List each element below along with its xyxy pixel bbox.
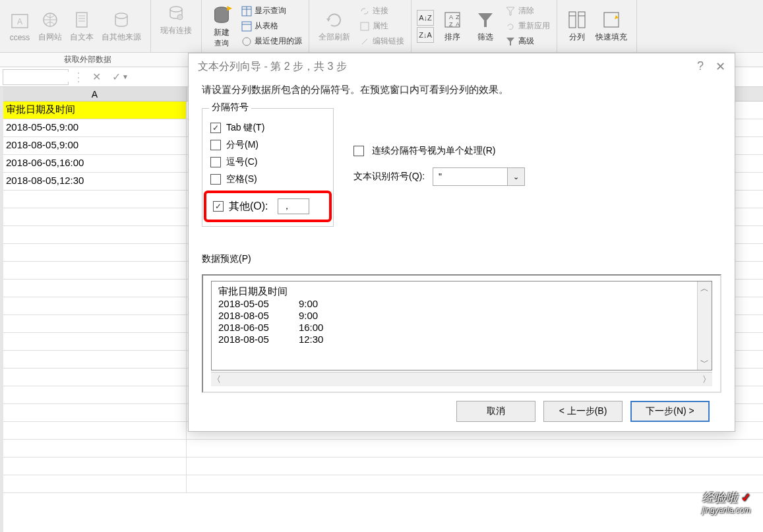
filter-button[interactable]: 筛选 [471,8,500,44]
cancel-button[interactable]: 取消 [456,401,535,422]
reapply-button[interactable]: 重新应用 [504,19,551,33]
existing-connections-button[interactable]: 现有连接 [156,1,196,38]
combo-dropdown-button[interactable]: ⌄ [507,168,524,185]
tab-checkbox-row[interactable]: ✓ Tab 键(T) [210,122,325,134]
cell-a19[interactable] [3,422,187,439]
formula-divider: ⋮ [73,70,84,84]
name-box[interactable]: ▼ [3,69,69,85]
space-checkbox[interactable] [210,174,221,185]
space-checkbox-row[interactable]: 空格(S) [210,173,325,185]
cell-a18[interactable] [3,404,187,421]
comma-checkbox[interactable] [210,157,221,167]
refresh-icon [324,9,345,30]
cell-a10[interactable] [3,262,187,279]
watermark: 经验啦 ✓ jingyanla.com [702,490,751,515]
cell-a17[interactable] [3,386,187,403]
edit-links-button[interactable]: 编辑链接 [358,34,406,48]
show-query-button[interactable]: 显示查询 [240,4,303,18]
scroll-right-icon[interactable]: 〉 [702,374,711,386]
svg-marker-27 [506,38,514,45]
clear-icon [505,6,516,16]
from-other-button[interactable]: 自其他来源 [98,8,145,44]
preview-content: 审批日期及时间 2018-05-05 9:00 2018-08-05 9:00 … [211,281,712,370]
delimiter-fieldset: 分隔符号 ✓ Tab 键(T) 分号(M) 逗号(C) 空格(S) [202,108,334,227]
cell-a9[interactable] [3,244,187,261]
comma-checkbox-row[interactable]: 逗号(C) [210,156,325,168]
text-qualifier-combo[interactable]: " ⌄ [433,167,525,186]
advanced-icon [505,36,516,47]
svg-marker-11 [227,5,232,11]
sort-desc-button[interactable]: Z↓A [417,27,434,43]
help-button[interactable]: ? [697,59,704,74]
svg-rect-15 [242,22,251,31]
svg-text:A: A [17,17,22,26]
from-table-button[interactable]: 从表格 [240,19,303,33]
consecutive-checkbox-row[interactable]: 连续分隔符号视为单个处理(R) [353,145,721,157]
properties-button[interactable]: 属性 [358,19,406,33]
cell-a5[interactable]: 2018-08-05,12:30 [3,173,187,190]
scroll-left-icon[interactable]: 〈 [212,374,221,386]
refresh-all-button[interactable]: 全部刷新 [315,8,354,44]
preview-vertical-scrollbar[interactable]: ︿ ﹀ [697,281,712,370]
semicolon-checkbox-row[interactable]: 分号(M) [210,139,325,151]
delimiter-group-label: 分隔符号 [209,102,251,113]
sort-button[interactable]: AZZA 排序 [438,8,467,44]
edit-links-icon [359,36,370,47]
dialog-title: 文本分列向导 - 第 2 步，共 3 步 [198,60,347,74]
scroll-down-icon[interactable]: ﹀ [700,357,709,369]
cell-a4[interactable]: 2018-06-05,16:00 [3,155,187,172]
cell-a21[interactable] [3,458,187,475]
svg-rect-3 [76,13,87,27]
sort-asc-icon: A↓Z [419,14,432,22]
semicolon-checkbox[interactable] [210,140,221,150]
from-text-button[interactable]: 自文本 [66,8,98,44]
accept-icon: ✓ [112,71,121,83]
svg-marker-26 [506,7,514,15]
clear-filter-button[interactable]: 清除 [504,4,551,18]
cell-a1[interactable]: 审批日期及时间 [3,102,187,119]
dialog-instruction: 请设置分列数据所包含的分隔符号。在预览窗口内可看到分列的效果。 [202,84,721,96]
from-access-button[interactable]: A ccess [5,9,34,44]
cancel-formula-button[interactable]: ✕ [88,69,104,85]
text-to-columns-button[interactable]: 分列 [563,8,592,44]
connections-button[interactable]: 连接 [358,4,406,18]
preview-box: 审批日期及时间 2018-05-05 9:00 2018-08-05 9:00 … [202,274,721,393]
cell-a6[interactable] [3,191,187,208]
svg-point-9 [177,15,183,20]
cell-a3[interactable]: 2018-08-05,9:00 [3,137,187,154]
cell-a2[interactable]: 2018-05-05,9:00 [3,119,187,136]
cell-a16[interactable] [3,369,187,386]
cell-a20[interactable] [3,440,187,457]
accept-formula-button[interactable]: ✓ [108,69,124,85]
recent-icon [241,36,252,47]
from-web-button[interactable]: 自网站 [34,8,66,44]
dialog-title-bar[interactable]: 文本分列向导 - 第 2 步，共 3 步 ? ✕ [189,53,735,80]
connections-icon [166,3,187,24]
back-button[interactable]: < 上一步(B) [543,401,623,422]
cell-a8[interactable] [3,226,187,243]
column-header-a[interactable]: A [3,87,187,101]
text-file-icon [71,9,92,30]
cell-a14[interactable] [3,333,187,350]
tab-checkbox[interactable]: ✓ [210,123,221,133]
cell-a12[interactable] [3,297,187,314]
svg-rect-29 [578,12,585,28]
sort-asc-button[interactable]: A↓Z [417,10,434,26]
next-button[interactable]: 下一步(N) > [630,401,710,422]
flash-fill-button[interactable]: 快速填充 [592,8,631,44]
recent-sources-button[interactable]: 最近使用的源 [240,34,303,48]
cell-a13[interactable] [3,315,187,332]
advanced-filter-button[interactable]: 高级 [504,34,551,48]
consecutive-checkbox[interactable] [353,146,364,156]
cell-a15[interactable] [3,351,187,368]
cell-a22[interactable] [3,475,187,492]
close-button[interactable]: ✕ [716,59,725,74]
cell-a11[interactable] [3,280,187,297]
other-delimiter-input[interactable] [278,198,309,214]
other-sources-icon [111,9,132,30]
scroll-up-icon[interactable]: ︿ [700,283,709,295]
preview-horizontal-scrollbar[interactable]: 〈 〉 [211,372,712,386]
other-checkbox[interactable]: ✓ [213,201,224,212]
new-query-button[interactable]: 新建 查询 [207,3,236,49]
cell-a7[interactable] [3,208,187,225]
